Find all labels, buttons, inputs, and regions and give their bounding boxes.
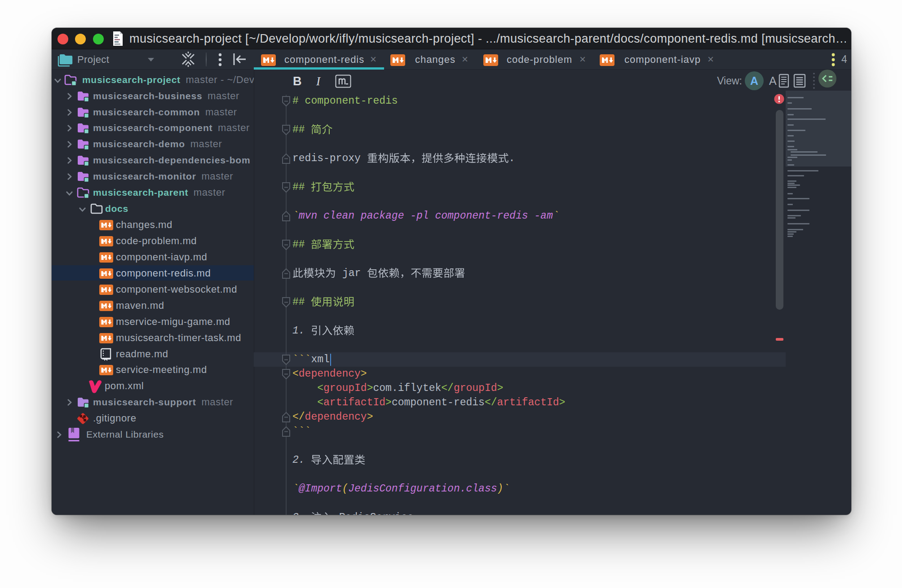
svg-text:A: A [769, 75, 777, 87]
svg-text:A: A [750, 75, 758, 87]
